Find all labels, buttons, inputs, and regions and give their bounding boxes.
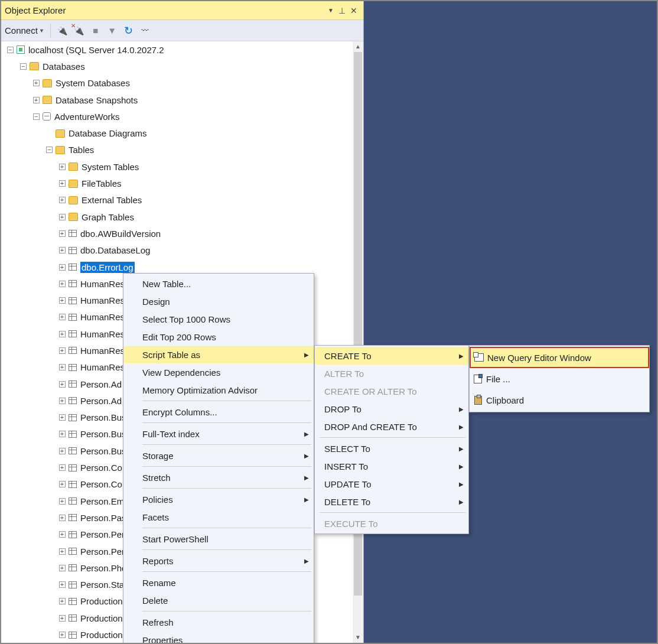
menu-item[interactable]: Rename xyxy=(123,574,314,591)
menu-item[interactable]: File ... xyxy=(470,368,649,389)
folder-icon xyxy=(56,129,65,138)
menu-item[interactable]: Memory Optimization Advisor xyxy=(123,381,314,399)
menu-label: DROP And CREATE To xyxy=(324,422,462,432)
folder-icon xyxy=(69,213,78,221)
menu-item[interactable]: Storage▶ xyxy=(123,447,314,464)
tree-label: Person.Ad xyxy=(80,379,122,389)
menu-item[interactable]: DROP To▶ xyxy=(315,400,468,418)
tree-label: Person.Pas xyxy=(80,513,126,523)
scrollbar[interactable]: ▲ ▼ xyxy=(353,41,363,643)
table-icon xyxy=(69,548,77,555)
menu-item[interactable]: Full-Text index▶ xyxy=(123,425,314,443)
submenu-arrow-icon: ▶ xyxy=(304,496,309,503)
close-icon[interactable]: ✕ xyxy=(348,6,360,15)
table-node[interactable]: +dbo.AWBuildVersion xyxy=(1,225,363,242)
tree-label: Person.Bus xyxy=(80,412,126,422)
menu-divider xyxy=(142,611,311,612)
tree-label: dbo.AWBuildVersion xyxy=(80,229,161,239)
menu-label: Properties xyxy=(142,635,308,645)
filetables-node[interactable]: +FileTables xyxy=(1,175,363,191)
tree-label: Person.Ad xyxy=(80,396,122,406)
menu-label: Encrypt Columns... xyxy=(142,407,308,417)
tree-label: Graph Tables xyxy=(82,212,134,222)
menu-item[interactable]: INSERT To▶ xyxy=(315,457,468,475)
tree-label: AdventureWorks xyxy=(54,112,120,122)
connect-icon[interactable]: 🔌 xyxy=(57,26,69,35)
tree-label: External Tables xyxy=(82,195,142,205)
tree-label: Person.Bus xyxy=(80,446,126,456)
menu-label: New Table... xyxy=(142,279,308,289)
clipboard-icon xyxy=(474,396,482,405)
menu-item[interactable]: Policies▶ xyxy=(123,490,314,508)
submenu-arrow-icon: ▶ xyxy=(304,431,309,437)
tree-label: Person.Bus xyxy=(80,429,126,439)
submenu-arrow-icon: ▶ xyxy=(459,406,464,412)
connect-button[interactable]: Connect ▼ xyxy=(5,25,44,35)
panel-dropdown-icon[interactable]: ▼ xyxy=(325,7,336,14)
system-tables-node[interactable]: +System Tables xyxy=(1,158,363,175)
table-icon xyxy=(69,230,77,237)
menu-item[interactable]: Refresh xyxy=(123,613,314,631)
table-icon xyxy=(69,531,77,538)
snapshots-node[interactable]: +Database Snapshots xyxy=(1,92,363,108)
menu-item: CREATE OR ALTER To xyxy=(315,382,468,400)
menu-item[interactable]: Encrypt Columns... xyxy=(123,403,314,421)
menu-item: ALTER To xyxy=(315,365,468,382)
menu-item[interactable]: SELECT To▶ xyxy=(315,440,468,457)
menu-divider xyxy=(142,488,311,489)
refresh-icon[interactable]: ↻ xyxy=(123,24,135,37)
submenu-arrow-icon: ▶ xyxy=(459,353,464,359)
menu-item[interactable]: Reports▶ xyxy=(123,552,314,570)
menu-item[interactable]: Facets xyxy=(123,508,314,526)
menu-divider xyxy=(142,528,311,528)
disconnect-icon[interactable]: 🔌 xyxy=(73,26,85,35)
folder-icon xyxy=(69,162,78,171)
system-databases-node[interactable]: +System Databases xyxy=(1,75,363,92)
table-node[interactable]: +dbo.DatabaseLog xyxy=(1,242,363,259)
menu-item[interactable]: CREATE To▶ xyxy=(315,347,468,365)
diagrams-node[interactable]: Database Diagrams xyxy=(1,125,363,141)
table-icon xyxy=(69,581,77,588)
tree-label: HumanRes xyxy=(80,329,125,339)
menu-item[interactable]: Edit Top 200 Rows xyxy=(123,328,314,346)
menu-item[interactable]: Properties xyxy=(123,631,314,644)
tree-label: localhost (SQL Server 14.0.2027.2 xyxy=(28,45,164,55)
menu-item[interactable]: Script Table as▶ xyxy=(123,346,314,363)
tables-node[interactable]: −Tables xyxy=(1,142,363,158)
table-icon xyxy=(69,347,77,354)
submenu-arrow-icon: ▶ xyxy=(459,445,464,452)
menu-item[interactable]: Stretch▶ xyxy=(123,469,314,486)
menu-item[interactable]: New Table... xyxy=(123,275,314,292)
pin-icon[interactable]: ⊥ xyxy=(336,6,348,15)
scroll-down-icon[interactable]: ▼ xyxy=(353,632,363,643)
menu-item[interactable]: DELETE To▶ xyxy=(315,493,468,510)
graph-tables-node[interactable]: +Graph Tables xyxy=(1,209,363,225)
menu-item[interactable]: Clipboard xyxy=(470,389,649,411)
activity-icon[interactable]: 〰 xyxy=(139,26,151,35)
filter-icon[interactable]: ▼ xyxy=(106,25,118,35)
folder-icon xyxy=(43,96,52,104)
tree-label: Person.Co xyxy=(80,479,122,489)
tree-label: Database Diagrams xyxy=(69,128,147,138)
menu-item[interactable]: UPDATE To▶ xyxy=(315,475,468,493)
server-node[interactable]: −localhost (SQL Server 14.0.2027.2 xyxy=(1,41,363,58)
scroll-up-icon[interactable]: ▲ xyxy=(353,41,363,52)
stop-icon: ■ xyxy=(90,25,102,35)
external-tables-node[interactable]: +External Tables xyxy=(1,192,363,209)
table-icon xyxy=(69,264,77,271)
adventureworks-node[interactable]: −AdventureWorks xyxy=(1,108,363,125)
menu-item[interactable]: DROP And CREATE To▶ xyxy=(315,418,468,435)
menu-item[interactable]: View Dependencies xyxy=(123,363,314,381)
menu-divider xyxy=(142,571,311,572)
menu-item[interactable]: Delete xyxy=(123,591,314,609)
menu-item[interactable]: Select Top 1000 Rows xyxy=(123,310,314,328)
toolbar: Connect ▼ 🔌 🔌 ■ ▼ ↻ 〰 xyxy=(1,20,363,41)
menu-label: EXECUTE To xyxy=(324,519,462,529)
tree-label: System Databases xyxy=(56,78,130,88)
databases-node[interactable]: −Databases xyxy=(1,58,363,74)
tree-label: HumanRes xyxy=(80,362,125,372)
menu-item[interactable]: Start PowerShell xyxy=(123,530,314,548)
menu-item[interactable]: Design xyxy=(123,292,314,310)
database-icon xyxy=(43,112,51,121)
menu-item[interactable]: New Query Editor Window xyxy=(470,347,649,368)
